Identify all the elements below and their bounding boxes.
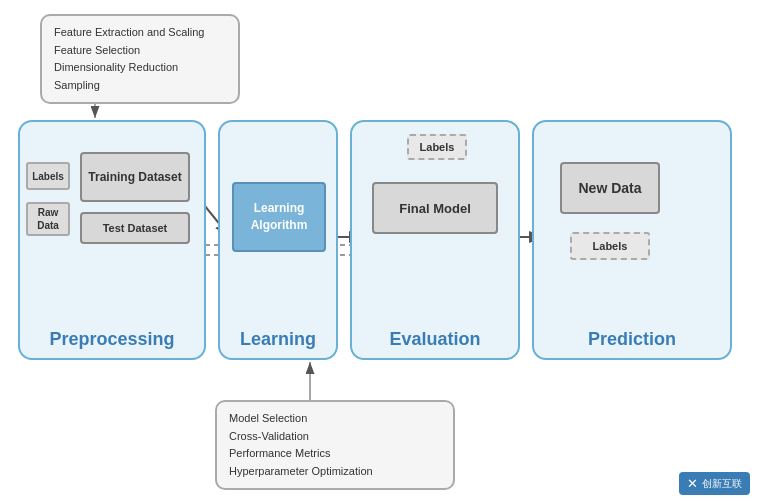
raw-data-box: Raw Data: [26, 202, 70, 236]
learning-algorithm-box: Learning Algorithm: [232, 182, 326, 252]
callout-bottom-line2: Cross-Validation: [229, 428, 441, 446]
prediction-label: Prediction: [534, 329, 730, 350]
callout-bottom-line3: Performance Metrics: [229, 445, 441, 463]
callout-top-line3: Dimensionality Reduction: [54, 59, 226, 77]
labels-input-box: Labels: [26, 162, 70, 190]
callout-bottom-line1: Model Selection: [229, 410, 441, 428]
evaluation-label: Evaluation: [352, 329, 518, 350]
watermark: ✕ 创新互联: [679, 472, 750, 495]
diagram: Feature Extraction and Scaling Feature S…: [0, 0, 758, 503]
final-model-box: Final Model: [372, 182, 498, 234]
training-dataset-box: Training Dataset: [80, 152, 190, 202]
callout-bottom-line4: Hyperparameter Optimization: [229, 463, 441, 481]
callout-top-line1: Feature Extraction and Scaling: [54, 24, 226, 42]
preprocessing-label: Preprocessing: [20, 329, 204, 350]
callout-top: Feature Extraction and Scaling Feature S…: [40, 14, 240, 104]
phase-learning: Learning Algorithm Learning: [218, 120, 338, 360]
new-data-box: New Data: [560, 162, 660, 214]
phase-preprocessing: Labels Raw Data Training Dataset Test Da…: [18, 120, 206, 360]
callout-top-line2: Feature Selection: [54, 42, 226, 60]
test-dataset-box: Test Dataset: [80, 212, 190, 244]
labels-pred-box: Labels: [570, 232, 650, 260]
callout-top-line4: Sampling: [54, 77, 226, 95]
phase-evaluation: Labels Final Model Evaluation: [350, 120, 520, 360]
callout-bottom: Model Selection Cross-Validation Perform…: [215, 400, 455, 490]
learning-label: Learning: [220, 329, 336, 350]
labels-eval-box: Labels: [407, 134, 467, 160]
phase-prediction: New Data Labels Prediction: [532, 120, 732, 360]
